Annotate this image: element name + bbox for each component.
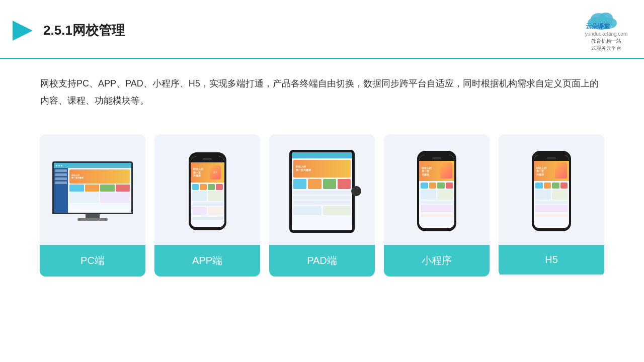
- logo-tagline: 教育机构一站式服务云平台: [591, 38, 621, 52]
- pc-screen: 职达人的第一堂兴趣课: [52, 161, 133, 214]
- logo-icon: 云朵课堂: [584, 9, 629, 30]
- phone-mockup-mini: 职达人的第一堂兴趣课: [417, 151, 456, 231]
- play-icon: [10, 18, 35, 43]
- card-pc: 职达人的第一堂兴趣课: [40, 134, 145, 277]
- phone-mockup-h5: 职达人的第一堂兴趣课: [532, 151, 571, 231]
- cards-container: 职达人的第一堂兴趣课: [0, 124, 644, 292]
- description-text: 网校支持PC、APP、PAD、小程序、H5，实现多端打通，产品各终端自由切换，数…: [40, 78, 599, 106]
- logo-area: 云朵课堂 yunduoketang.com 教育机构一站式服务云平台: [584, 9, 629, 52]
- pc-mockup: 职达人的第一堂兴趣课: [50, 161, 135, 221]
- logo-url: yunduoketang.com: [585, 31, 628, 37]
- card-pad-label: PAD端: [269, 245, 375, 277]
- description: 网校支持PC、APP、PAD、小程序、H5，实现多端打通，产品各终端自由切换，数…: [0, 59, 644, 119]
- page-title: 2.5.1网校管理: [43, 22, 125, 39]
- card-pc-label: PC端: [40, 245, 145, 277]
- card-mini-label: 小程序: [384, 245, 490, 277]
- svg-marker-0: [13, 21, 33, 41]
- card-h5-image: 职达人的第一堂兴趣课: [499, 134, 604, 245]
- card-app-label: APP端: [154, 245, 260, 277]
- header: 2.5.1网校管理 云朵课堂 yunduoketang.com 教育机构一站式服…: [0, 0, 644, 59]
- card-mini: 职达人的第一堂兴趣课: [384, 134, 490, 277]
- card-app: 职达人的第一堂兴趣课 图片: [154, 134, 260, 277]
- card-pad-image: 职达人的第一堂兴趣课: [269, 134, 375, 245]
- card-h5-label: H5: [499, 245, 604, 275]
- ipad-mockup: 职达人的第一堂兴趣课: [289, 150, 355, 233]
- header-left: 2.5.1网校管理: [10, 18, 125, 43]
- card-h5: 职达人的第一堂兴趣课: [499, 134, 604, 277]
- svg-point-5: [599, 13, 613, 24]
- card-pad: 职达人的第一堂兴趣课: [269, 134, 375, 277]
- card-app-image: 职达人的第一堂兴趣课 图片: [154, 134, 260, 245]
- svg-text:云朵课堂: 云朵课堂: [586, 23, 610, 30]
- card-pc-image: 职达人的第一堂兴趣课: [40, 134, 145, 245]
- card-mini-image: 职达人的第一堂兴趣课: [384, 134, 490, 245]
- phone-mockup-app: 职达人的第一堂兴趣课 图片: [189, 152, 226, 230]
